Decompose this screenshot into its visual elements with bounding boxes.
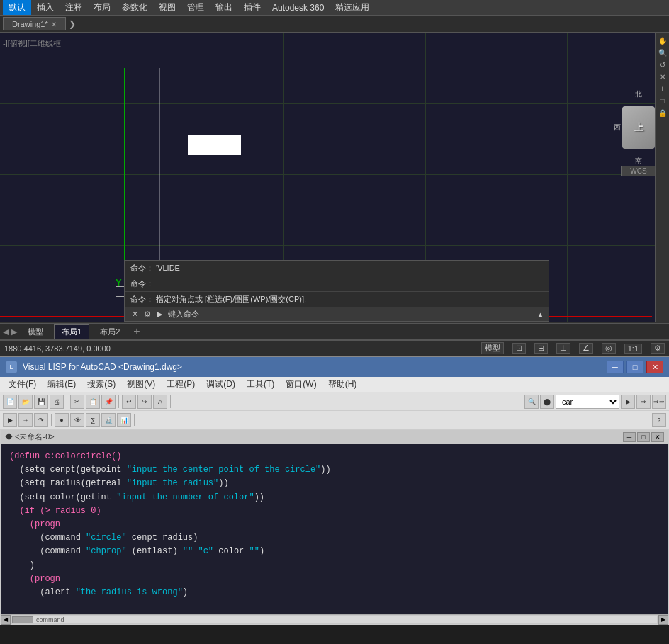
scale-btn[interactable]: 1:1 [624, 344, 642, 354]
code-h-scrollbar[interactable]: ◀ command ▶ [1, 614, 668, 624]
wcs-label[interactable]: WCS [621, 166, 656, 176]
polar-btn[interactable]: ∠ [579, 343, 593, 354]
scroll-right-btn[interactable]: ▶ [658, 615, 668, 625]
tb-copy-btn[interactable]: 📋 [86, 395, 100, 409]
tb-print-btn[interactable]: 🖨 [50, 395, 64, 409]
menu-view[interactable]: 视图 [153, 0, 181, 15]
code-editor[interactable]: (defun c:colorcircle() (setq cenpt(getpo… [1, 444, 668, 614]
orbit-tool[interactable]: ↺ [656, 60, 669, 70]
nav-next-btn[interactable]: ▶ [11, 327, 17, 337]
command-arrow-btn[interactable]: ▶ [154, 310, 165, 319]
tool-x[interactable]: ✕ [656, 72, 669, 82]
model-space-btn[interactable]: 模型 [481, 342, 504, 354]
tb-break-btn[interactable]: ● [55, 413, 69, 427]
nav-cube-face[interactable]: 上 [622, 106, 655, 149]
lisp-menu-project[interactable]: 工程(P) [161, 377, 201, 392]
nav-prev-btn[interactable]: ◀ [3, 327, 9, 337]
lisp-menu-window[interactable]: 窗口(W) [280, 377, 322, 392]
menu-layout[interactable]: 布局 [88, 0, 116, 15]
command-options-btn[interactable]: ⚙ [141, 310, 154, 319]
lisp-menu-file[interactable]: 文件(F) [3, 377, 42, 392]
tb-eval-btn[interactable]: ∑ [86, 413, 100, 427]
lisp-maximize-btn[interactable]: □ [626, 361, 643, 373]
inner-maximize-btn[interactable]: □ [637, 432, 650, 442]
lisp-window-controls: ─ □ ✕ [607, 361, 663, 373]
tb-search-btn[interactable]: ⬤ [540, 395, 554, 409]
snap-btn[interactable]: ⊡ [512, 343, 526, 354]
tab-layout1[interactable]: 布局1 [54, 324, 89, 339]
menu-featured[interactable]: 精选应用 [330, 0, 375, 15]
tb-undo-btn[interactable]: ↩ [122, 395, 136, 409]
document-tab[interactable]: Drawing1* ✕ [3, 17, 66, 30]
scroll-left-btn[interactable]: ◀ [1, 615, 11, 625]
lisp-code-window: ◆ <未命名-0> ─ □ ✕ (defun c:colorcircle() (… [0, 429, 669, 625]
lisp-menu-debug[interactable]: 调试(D) [201, 377, 241, 392]
command-input-bar[interactable]: ✕ ⚙ ▶ 键入命令 ▲ [125, 307, 549, 321]
tb-run-btn[interactable]: ▶ [3, 413, 17, 427]
tb-step-btn[interactable]: → [18, 413, 33, 427]
code-line-11: (alert "the radius is wrong") [9, 586, 660, 599]
grid-btn[interactable]: ⊞ [534, 343, 548, 354]
tb-skip-btn[interactable]: ⇒⇒ [652, 395, 666, 409]
command-close-btn[interactable]: ✕ [129, 310, 141, 319]
tb-go-btn[interactable]: ▶ [621, 395, 635, 409]
tb-redo-btn[interactable]: ↪ [137, 395, 152, 409]
code-line-10: (progn [9, 572, 660, 586]
drawing-rectangle [188, 135, 241, 155]
menu-output[interactable]: 输出 [210, 0, 238, 15]
tb-format-btn[interactable]: A [153, 395, 167, 409]
menu-parametric[interactable]: 参数化 [116, 0, 153, 15]
tool-window[interactable]: □ [656, 96, 669, 106]
tab-navigate-icon[interactable]: ❯ [66, 19, 79, 29]
tb-zoom-in-btn[interactable]: 🔍 [524, 395, 539, 409]
tab-model[interactable]: 模型 [20, 324, 51, 339]
tb-new-btn[interactable]: 📄 [3, 395, 17, 409]
add-layout-btn[interactable]: + [133, 325, 140, 338]
scroll-thumb[interactable] [12, 616, 33, 623]
lisp-menu-search[interactable]: 搜索(S) [81, 377, 121, 392]
tb-trace-btn[interactable]: 📊 [117, 413, 131, 427]
tb-inspect-btn[interactable]: 🔬 [101, 413, 116, 427]
tb-help-btn[interactable]: ? [652, 413, 666, 427]
tb-watch-btn[interactable]: 👁 [70, 413, 84, 427]
command-prompt-text[interactable]: 键入命令 [165, 309, 536, 320]
function-select[interactable]: car [556, 395, 619, 409]
tb-paste-btn[interactable]: 📌 [101, 395, 116, 409]
menu-manage[interactable]: 管理 [181, 0, 210, 15]
tb-step-over-btn[interactable]: ↷ [34, 413, 48, 427]
tab-layout2[interactable]: 布局2 [92, 324, 128, 339]
lisp-menu-view[interactable]: 视图(V) [121, 377, 161, 392]
grid-line-h1 [0, 103, 669, 104]
code-line-4: (setq color(getint "input the number of … [9, 491, 660, 504]
zoom-tool[interactable]: 🔍 [656, 47, 669, 58]
ortho-btn[interactable]: ⊥ [556, 343, 570, 354]
menu-annotation[interactable]: 注释 [60, 0, 88, 15]
command-line-3: 命令： 指定对角点或 [栏选(F)/圈围(WP)/圈交(CP)]: [125, 292, 549, 307]
osnap-btn[interactable]: ◎ [602, 343, 616, 354]
tool-plus[interactable]: + [656, 84, 669, 94]
tb-open-btn[interactable]: 📂 [18, 395, 33, 409]
coordinates-display: 1880.4416, 3783.7149, 0.0000 [4, 344, 111, 353]
tb-cut-btn[interactable]: ✂ [70, 395, 84, 409]
code-line-1: (defun c:colorcircle() [9, 450, 660, 463]
scroll-track[interactable]: command [12, 616, 657, 623]
tool-lock[interactable]: 🔒 [656, 108, 669, 118]
tab-close-icon[interactable]: ✕ [51, 21, 57, 28]
inner-minimize-btn[interactable]: ─ [623, 432, 636, 442]
settings-btn[interactable]: ⚙ [651, 343, 665, 354]
lisp-menu-edit[interactable]: 编辑(E) [42, 377, 81, 392]
lisp-close-btn[interactable]: ✕ [646, 361, 663, 373]
code-line-9: ) [9, 559, 660, 572]
tb-next-btn[interactable]: ⇒ [636, 395, 651, 409]
pan-tool[interactable]: ✋ [656, 35, 669, 46]
menu-autodesk360[interactable]: Autodesk 360 [266, 1, 330, 14]
lisp-minimize-btn[interactable]: ─ [607, 361, 624, 373]
command-scroll-up[interactable]: ▲ [536, 310, 544, 319]
lisp-menu-help[interactable]: 帮助(H) [322, 377, 363, 392]
menu-default[interactable]: 默认 [3, 0, 31, 15]
lisp-menu-tools[interactable]: 工具(T) [241, 377, 280, 392]
menu-insert[interactable]: 插入 [31, 0, 60, 15]
inner-close-btn[interactable]: ✕ [651, 432, 664, 442]
menu-plugins[interactable]: 插件 [238, 0, 266, 15]
tb-save-btn[interactable]: 💾 [34, 395, 48, 409]
